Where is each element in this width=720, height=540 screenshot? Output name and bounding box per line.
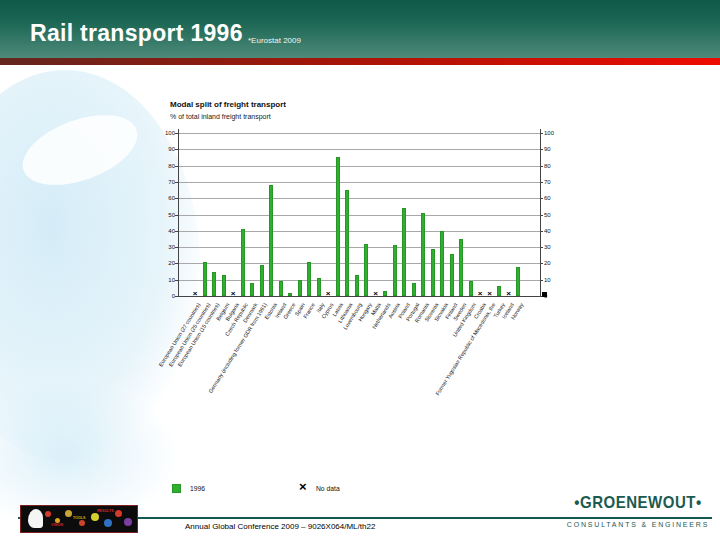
bar xyxy=(516,267,520,296)
y-axis-line-left xyxy=(178,129,179,297)
y-axis-label-left: 100 xyxy=(159,130,175,135)
y-axis-label-left: 40 xyxy=(159,228,175,233)
footer-conference-text: Annual Global Conference 2009 – 9026X064… xyxy=(185,522,366,531)
bar xyxy=(241,229,245,296)
gridline xyxy=(178,231,540,232)
y-axis-label-right: 40 xyxy=(544,228,560,233)
strip-label-results: RESULTS xyxy=(97,509,114,513)
legend-year-label: 1996 xyxy=(190,485,205,493)
chart-corner-marker xyxy=(542,292,547,297)
y-axis-label-left: 70 xyxy=(159,179,175,184)
y-axis-label-right: 80 xyxy=(544,163,560,168)
bar xyxy=(203,262,207,296)
legend-no-data-icon: × xyxy=(299,480,307,493)
y-axis-label-left: 0 xyxy=(159,293,175,298)
chart-title: Modal split of freight transport xyxy=(170,100,286,109)
gridline xyxy=(178,133,540,134)
bar xyxy=(469,281,473,296)
bar xyxy=(298,280,302,296)
bar xyxy=(364,244,368,296)
y-axis-label-right: 60 xyxy=(544,196,560,201)
strip-label-tools: TOOLS xyxy=(73,516,85,520)
gear-icon xyxy=(115,510,122,517)
no-data-marker: × xyxy=(485,290,495,298)
no-data-marker: × xyxy=(504,290,514,298)
slide: Rail transport 1996 *Eurostat 2009 Modal… xyxy=(0,0,720,540)
bar xyxy=(431,249,435,296)
page-number: 22 xyxy=(366,522,375,531)
bar xyxy=(307,262,311,296)
y-axis-label-left: 60 xyxy=(159,196,175,201)
gridline xyxy=(178,149,540,150)
bar xyxy=(250,283,254,296)
y-axis-label-right: 90 xyxy=(544,147,560,152)
groenewout-logo-name: •GROENEWOUT• xyxy=(562,492,714,511)
no-data-marker: × xyxy=(371,290,381,298)
bar xyxy=(336,157,340,296)
gridline xyxy=(178,182,540,183)
y-axis-label-left: 50 xyxy=(159,212,175,217)
gridline xyxy=(178,263,540,264)
bar xyxy=(345,190,349,296)
source-note: *Eurostat 2009 xyxy=(248,36,301,45)
bar xyxy=(288,293,292,296)
no-data-marker: × xyxy=(323,290,333,298)
gear-icon xyxy=(79,520,85,526)
gear-icon xyxy=(91,513,99,521)
head-profile-icon xyxy=(28,509,43,528)
gear-icon xyxy=(104,519,112,527)
bar-chart-plot-area: 0010102020303040405050606070708080909010… xyxy=(178,133,540,296)
y-axis-line-right xyxy=(540,129,541,297)
bar xyxy=(497,286,501,296)
bar xyxy=(412,283,416,296)
footer-text: Annual Global Conference 2009 – 9026X064… xyxy=(185,522,375,531)
no-data-marker: × xyxy=(190,290,200,298)
bar xyxy=(212,272,216,296)
y-axis-label-left: 30 xyxy=(159,244,175,249)
y-axis-label-right: 100 xyxy=(544,130,560,135)
y-axis-label-right: 70 xyxy=(544,179,560,184)
gear-icon xyxy=(65,510,72,517)
bar xyxy=(260,265,264,296)
vision-tools-results-logo: VISION TOOLS RESULTS xyxy=(20,505,138,533)
y-axis-label-left: 90 xyxy=(159,147,175,152)
bar xyxy=(440,231,444,296)
y-axis-label-right: 10 xyxy=(544,277,560,282)
gridline xyxy=(178,280,540,281)
bar xyxy=(269,185,273,296)
no-data-marker: × xyxy=(228,290,238,298)
slide-header: Rail transport 1996 *Eurostat 2009 xyxy=(0,0,720,58)
bar xyxy=(355,275,359,296)
bar xyxy=(317,278,321,296)
legend-year-swatch xyxy=(172,484,181,493)
gear-icon xyxy=(124,518,132,526)
no-data-marker: × xyxy=(475,290,485,298)
y-axis-label-right: 50 xyxy=(544,212,560,217)
y-axis-label-right: 20 xyxy=(544,261,560,266)
groenewout-logo-tagline: CONSULTANTS & ENGINEERS xyxy=(562,521,714,528)
legend-no-data-label: No data xyxy=(316,485,340,493)
bar xyxy=(421,213,425,296)
header-divider xyxy=(0,58,720,65)
gridline xyxy=(178,166,540,167)
gridline xyxy=(178,215,540,216)
chart-subtitle: % of total inland freight transport xyxy=(170,113,271,120)
bar xyxy=(450,254,454,296)
gridline xyxy=(178,198,540,199)
y-axis-label-right: 30 xyxy=(544,244,560,249)
y-axis-label-left: 10 xyxy=(159,277,175,282)
bar xyxy=(222,275,226,296)
y-axis-label-left: 80 xyxy=(159,163,175,168)
groenewout-logo: •GROENEWOUT• CONSULTANTS & ENGINEERS xyxy=(562,492,714,509)
bar xyxy=(383,291,387,296)
gear-icon xyxy=(45,511,51,517)
bar xyxy=(393,245,397,296)
y-axis-label-left: 20 xyxy=(159,261,175,266)
bar xyxy=(459,239,463,296)
bar xyxy=(402,208,406,296)
slide-title: Rail transport 1996 xyxy=(30,20,243,47)
strip-label-vision: VISION xyxy=(51,523,63,527)
gridline xyxy=(178,247,540,248)
bar xyxy=(279,281,283,296)
